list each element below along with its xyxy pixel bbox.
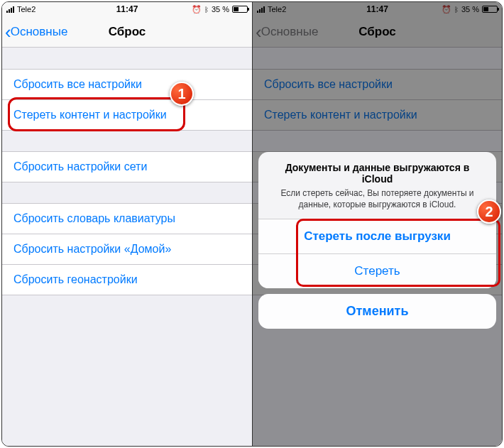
clock: 11:47 [253,4,502,14]
reset-all-settings: Сбросить все настройки [253,69,502,100]
cancel-button[interactable]: Отменить [258,294,496,329]
back-button: ‹ Основные [253,23,318,41]
back-label: Основные [261,25,319,39]
nav-bar: ‹ Основные Сброс [253,16,502,48]
reset-location-settings[interactable]: Сбросить геонастройки [2,264,252,295]
nav-bar: ‹ Основные Сброс [2,16,252,48]
erase-content-settings: Стереть контент и настройки [253,99,502,131]
sheet-message: Если стереть сейчас, Вы потеряете докуме… [273,187,482,210]
erase-after-upload-button[interactable]: Стереть после выгрузки [258,219,496,253]
phone-left: Tele2 11:47 ⏰ ᛒ 35 % ‹ Основные Сброс Сб… [2,2,252,446]
action-sheet: Документы и данные выгружаются в iCloud … [258,152,496,329]
step-badge-1: 1 [170,82,194,106]
reset-all-settings[interactable]: Сбросить все настройки [2,69,252,100]
reset-network-settings[interactable]: Сбросить настройки сети [2,151,252,182]
battery-icon [232,6,248,13]
sheet-title: Документы и данные выгружаются в iCloud [273,162,482,185]
status-bar: Tele2 11:47 ⏰ ᛒ 35 % [2,2,252,16]
back-button[interactable]: ‹ Основные [2,23,67,41]
back-label: Основные [11,25,68,39]
erase-now-button[interactable]: Стереть [258,253,496,288]
status-bar: Tele2 11:47 ⏰ ᛒ 35 % [253,2,502,16]
step-badge-2: 2 [477,200,501,224]
phone-right: Tele2 11:47 ⏰ ᛒ 35 % ‹ Основные Сброс Сб… [252,2,502,446]
clock: 11:47 [2,4,252,14]
erase-content-settings[interactable]: Стереть контент и настройки [2,99,252,131]
reset-keyboard-dict[interactable]: Сбросить словарь клавиатуры [2,203,252,234]
battery-icon [482,6,498,13]
settings-list: Сбросить все настройки Стереть контент и… [2,48,252,295]
reset-home-layout[interactable]: Сбросить настройки «Домой» [2,234,252,265]
